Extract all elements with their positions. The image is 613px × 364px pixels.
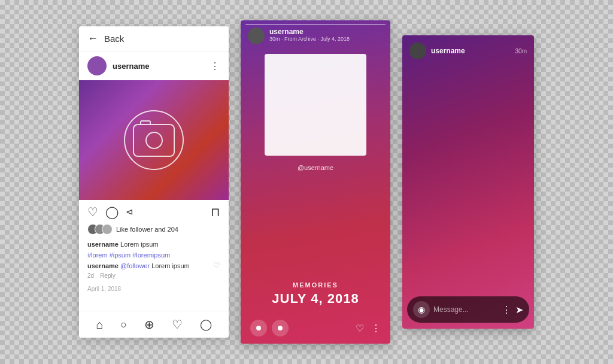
feed-header: ← Back: [79, 26, 229, 51]
memories-date: JULY 4, 2018: [241, 291, 390, 313]
caption-body: Lorem ipsum: [120, 241, 159, 248]
story-footer: ♡ ⋮: [241, 313, 390, 344]
phone2-story: username 30m · From Archive · July 4, 20…: [241, 20, 390, 344]
camera-icon: [133, 124, 175, 157]
dm-message-input[interactable]: Message...: [433, 305, 498, 314]
dm-more-icon[interactable]: ⋮: [502, 304, 512, 316]
story-dot-1[interactable]: [250, 320, 267, 336]
story-from-archive: From Archive · July 4, 2018: [284, 36, 350, 42]
dm-header: username 30m: [402, 35, 534, 64]
likes-count-text: Like follower and 204: [116, 226, 178, 233]
dm-camera-button[interactable]: ◉: [413, 301, 430, 318]
more-options-icon[interactable]: ⋮: [210, 60, 220, 72]
story-image-placeholder: [265, 54, 366, 156]
spacer: [79, 297, 229, 311]
dm-camera-icon: ◉: [418, 305, 425, 314]
caption-username[interactable]: username: [87, 241, 119, 248]
back-arrow-icon[interactable]: ←: [87, 32, 98, 45]
comment-row: username @follower Lorem ipsum ♡: [79, 260, 229, 271]
story-footer-icons: ♡ ⋮: [356, 323, 381, 334]
dm-time: 30m: [515, 48, 527, 54]
dm-avatar[interactable]: [409, 43, 426, 59]
post-image: [79, 80, 229, 200]
caption-text: username Lorem ipsum: [87, 241, 159, 248]
story-user-info: username 30m · From Archive · July 4, 20…: [269, 28, 350, 42]
dm-footer[interactable]: ◉ Message... ⋮ ➤: [407, 296, 529, 323]
story-more-icon[interactable]: ⋮: [371, 323, 381, 334]
story-footer-left: [250, 320, 289, 336]
like-icon[interactable]: ♡: [87, 205, 98, 219]
bottom-nav: ⌂ ○ ⊕ ♡ ◯: [79, 311, 229, 338]
hashtags-row: #lorem #ipsum #loremipsum: [79, 250, 229, 260]
back-label: Back: [104, 34, 124, 44]
reply-label[interactable]: Reply: [100, 272, 116, 279]
story-meta: 30m · From Archive · July 4, 2018: [269, 36, 350, 42]
story-progress-bar: [245, 24, 386, 25]
phone1-feed: ← Back username ⋮ ♡ ◯ ⊲ ⊓ Like followe: [79, 26, 229, 338]
post-username[interactable]: username: [113, 62, 204, 71]
dm-content-area: [402, 64, 534, 296]
camera-circle: [124, 110, 184, 170]
story-avatar[interactable]: [248, 28, 265, 44]
dm-send-icon[interactable]: ➤: [515, 304, 523, 316]
comment-text: username @follower Lorem ipsum: [87, 262, 190, 269]
story-heart-icon[interactable]: ♡: [356, 323, 364, 334]
nav-home-icon[interactable]: ⌂: [96, 318, 103, 332]
story-time: 30m: [269, 36, 280, 42]
share-icon[interactable]: ⊲: [126, 207, 133, 217]
likes-avatars: [87, 224, 113, 235]
story-at-username: @username: [241, 162, 390, 174]
post-age: 2d: [87, 272, 94, 279]
nav-heart-icon[interactable]: ♡: [172, 317, 183, 332]
bookmark-icon[interactable]: ⊓: [211, 205, 220, 219]
camera-bump: [140, 120, 151, 125]
post-date-text: April 1, 2018: [87, 286, 121, 292]
nav-search-icon[interactable]: ○: [120, 318, 127, 331]
comment-username[interactable]: username: [87, 262, 119, 269]
nav-add-icon[interactable]: ⊕: [144, 317, 154, 332]
avatar[interactable]: [87, 56, 107, 75]
mini-avatar-3: [102, 224, 113, 235]
comment-icon[interactable]: ◯: [105, 205, 119, 219]
story-spacer: [241, 174, 390, 269]
post-date: April 1, 2018: [79, 283, 229, 297]
phone3-dm: username 30m ◉ Message... ⋮ ➤: [402, 35, 534, 329]
post-actions-bar: ♡ ◯ ⊲ ⊓: [79, 200, 229, 224]
comment-body: Lorem ipsum: [151, 262, 190, 269]
comment-like-icon[interactable]: ♡: [213, 261, 220, 270]
nav-profile-icon[interactable]: ◯: [200, 318, 212, 331]
story-username[interactable]: username: [269, 28, 350, 36]
post-likes: Like follower and 204: [79, 224, 229, 237]
story-dot-inner-1: [256, 326, 261, 330]
post-user-row: username ⋮: [79, 51, 229, 80]
story-dot-inner-2: [278, 326, 283, 330]
story-dot-2[interactable]: [272, 320, 289, 336]
post-caption: username Lorem ipsum: [79, 237, 229, 250]
post-meta: 2d Reply: [79, 271, 229, 283]
comment-link[interactable]: @follower: [120, 262, 150, 269]
dm-username[interactable]: username: [431, 47, 511, 55]
memories-label: MEMORIES: [241, 269, 390, 291]
